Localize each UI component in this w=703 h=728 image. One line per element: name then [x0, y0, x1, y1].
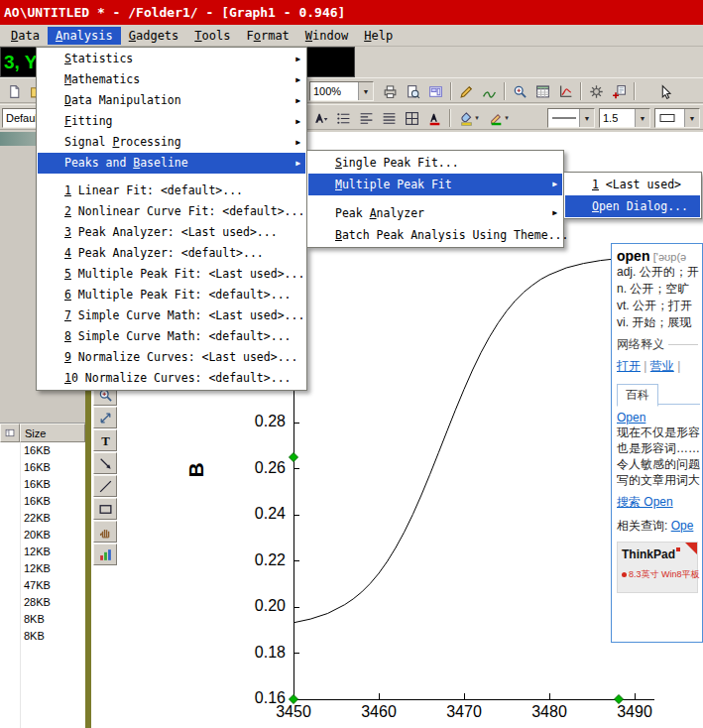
brand-dot-icon [676, 547, 680, 551]
menu-item[interactable]: Statistics▶ [38, 49, 305, 69]
menu-bar: DataAnalysisGadgetsToolsFormatWindowHelp [0, 25, 703, 47]
new-graph-icon[interactable] [554, 80, 577, 102]
new-page-icon[interactable] [3, 80, 26, 102]
size-column-header[interactable]: Size [20, 424, 85, 442]
explorer-header: Size [0, 424, 85, 442]
arrow-tool-icon[interactable] [93, 452, 117, 474]
line-width-combo[interactable]: 1.5 ▼ [599, 108, 650, 128]
file-row[interactable]: 12KB [0, 544, 85, 560]
line-color-icon[interactable]: ▾ [484, 107, 514, 129]
zoom-in-icon[interactable] [509, 80, 531, 102]
dict-baike-line: 写的文章用词大 [617, 472, 700, 488]
menu-item[interactable]: Multiple Peak Fit▶ [308, 174, 562, 195]
menu-item[interactable]: 1 Linear Fit: <default>... [38, 181, 305, 201]
explorer-column-divider[interactable] [20, 442, 21, 728]
gear-icon[interactable] [585, 80, 608, 102]
dict-ad-banner[interactable]: ThinkPad 8.3英寸 Win8平板 [617, 542, 698, 593]
file-row[interactable]: 16KB [0, 459, 85, 476]
dict-web-link[interactable]: 营业 [650, 359, 674, 373]
grid-border-icon[interactable] [401, 107, 423, 129]
zoom-combo[interactable]: 100% ▼ [309, 81, 374, 101]
menu-analysis[interactable]: Analysis [48, 27, 121, 45]
dict-web-link[interactable]: 打开 [617, 359, 641, 373]
dict-search-link[interactable]: 搜索 Open [617, 494, 700, 511]
menu-item[interactable]: Single Peak Fit... [308, 152, 562, 174]
text-tool-icon[interactable]: T [93, 429, 117, 451]
file-row[interactable]: 20KB [0, 527, 85, 544]
new-worksheet-icon[interactable] [531, 80, 554, 102]
menu-item[interactable]: Fitting▶ [38, 111, 305, 132]
border-combo[interactable]: ▼ [654, 108, 700, 128]
shrink-font-icon[interactable] [309, 107, 332, 129]
menu-item[interactable]: 3 Peak Analyzer: <Last used>... [38, 222, 305, 243]
file-row[interactable]: 16KB [0, 493, 85, 510]
combo-arrow-icon[interactable]: ▼ [635, 109, 649, 127]
draw-tool-icon[interactable] [478, 80, 501, 102]
menu-help[interactable]: Help [356, 27, 401, 45]
toolbar-separator [580, 82, 582, 100]
line-style-combo[interactable]: ▼ [547, 108, 595, 128]
layout-window-icon[interactable] [424, 80, 447, 102]
menu-format[interactable]: Format [238, 27, 296, 45]
application-window: AO\UNTITLED * - /Folder1/ - [Graph1 - 0.… [0, 0, 703, 728]
bullet-list-icon[interactable] [332, 107, 355, 129]
hand-tool-icon[interactable] [93, 521, 117, 543]
ad-ribbon-icon [685, 543, 697, 554]
fill-color-icon[interactable]: ▾ [454, 107, 484, 129]
file-row[interactable]: 12KB [0, 560, 85, 577]
file-row[interactable]: 16KB [0, 476, 85, 493]
toolbar-separator [504, 82, 506, 100]
menu-item[interactable]: 7 Simple Curve Math: <Last used>... [38, 305, 305, 326]
menu-item[interactable]: 5 Multiple Peak Fit: <Last used>... [38, 264, 305, 285]
combo-arrow-icon[interactable]: ▼ [684, 109, 699, 127]
menu-item[interactable]: Signal Processing▶ [38, 132, 305, 153]
dict-baike-line: 现在不仅是形容 [617, 425, 700, 440]
line-tool-icon[interactable] [93, 475, 117, 497]
menu-data[interactable]: Data [3, 27, 48, 45]
menu-window[interactable]: Window [297, 27, 356, 45]
panel-icon[interactable] [0, 424, 20, 442]
menu-tools[interactable]: Tools [186, 27, 238, 45]
title-bar[interactable]: AO\UNTITLED * - /Folder1/ - [Graph1 - 0.… [0, 0, 703, 25]
print-preview-icon[interactable] [402, 80, 424, 102]
pencil-edit-icon[interactable] [455, 80, 478, 102]
chart-tool-icon[interactable] [93, 544, 117, 565]
menu-item[interactable]: Peaks and Baseline▶ [38, 153, 305, 174]
file-row[interactable]: 16KB [0, 442, 85, 459]
menu-item[interactable]: 8 Simple Curve Math: <default>... [38, 326, 305, 347]
menu-item[interactable]: Open Dialog... [565, 195, 700, 217]
menu-item[interactable]: Peak Analyzer▶ [308, 202, 562, 224]
combo-arrow-icon[interactable]: ▼ [358, 82, 373, 100]
project-explorer: Size 16KB16KB16KB16KB22KB20KB12KB12KB47K… [0, 423, 85, 728]
menu-item[interactable]: 2 Nonlinear Curve Fit: <default>... [38, 201, 305, 222]
toolbar-icon-group [379, 79, 677, 103]
menu-item[interactable]: Mathematics▶ [38, 69, 305, 90]
menu-item[interactable]: 10 Normalize Curves: <default>... [38, 368, 305, 389]
menu-item[interactable]: 6 Multiple Peak Fit: <default>... [38, 285, 305, 305]
dict-related-link[interactable]: Ope [671, 519, 694, 533]
line-width-value: 1.5 [603, 112, 618, 124]
file-row[interactable]: 8KB [0, 628, 85, 645]
rectangle-tool-icon[interactable] [93, 498, 117, 520]
printer-icon[interactable] [379, 80, 402, 102]
menu-item[interactable]: Batch Peak Analysis Using Theme... [308, 224, 562, 246]
file-row[interactable]: 28KB [0, 594, 85, 611]
pointer-select-icon[interactable] [654, 80, 677, 102]
menu-item[interactable]: 4 Peak Analyzer: <default>... [38, 243, 305, 264]
menu-item[interactable]: 1 <Last used> [565, 174, 700, 195]
dict-baike-link[interactable]: Open [617, 411, 700, 425]
file-row[interactable]: 22KB [0, 510, 85, 527]
dict-tab-baike[interactable]: 百科 [617, 384, 658, 407]
file-row[interactable]: 47KB [0, 577, 85, 594]
file-row[interactable]: 8KB [0, 611, 85, 628]
menu-item[interactable]: 9 Normalize Curves: <Last used>... [38, 347, 305, 368]
rescale-tool-icon[interactable] [93, 407, 117, 428]
add-layer-icon[interactable] [608, 80, 631, 102]
menu-gadgets[interactable]: Gadgets [121, 27, 187, 45]
menu-item[interactable]: Data Manipulation▶ [38, 90, 305, 111]
align-justify-icon[interactable] [378, 107, 401, 129]
font-color-icon[interactable] [423, 107, 446, 129]
submenu-arrow-icon: ▶ [295, 111, 300, 132]
align-left-icon[interactable] [355, 107, 378, 129]
combo-arrow-icon[interactable]: ▼ [579, 109, 594, 127]
